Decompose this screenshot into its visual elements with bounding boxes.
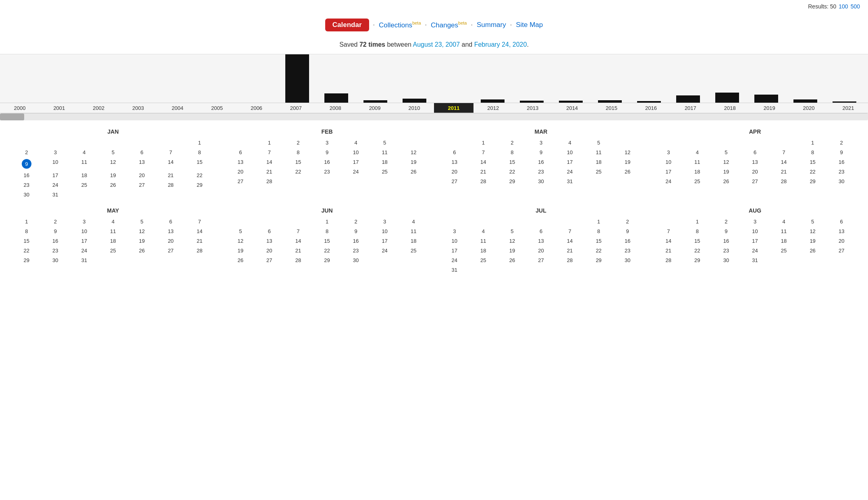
timeline-bar-group-2013[interactable] [512,54,551,103]
bar-2007[interactable] [285,54,309,103]
cal-day-apr-13[interactable]: 13 [741,157,770,167]
timeline-year-2013[interactable]: 2013 [513,103,552,113]
cal-day-jul-16[interactable]: 16 [613,236,642,246]
cal-day-jan-26[interactable]: 26 [99,180,128,190]
cal-day-feb-2[interactable]: 2 [284,138,313,147]
cal-day-apr-22[interactable]: 22 [798,167,827,176]
cal-day-jul-30[interactable]: 30 [613,256,642,265]
cal-day-mar-27[interactable]: 27 [440,177,469,186]
cal-day-may-12[interactable]: 12 [127,227,156,236]
bar-2008[interactable] [324,93,348,103]
cal-day-apr-6[interactable]: 6 [741,148,770,157]
timeline-bars[interactable] [0,54,868,103]
cal-day-jun-18[interactable]: 18 [399,236,428,246]
bar-2012[interactable] [481,99,504,103]
cal-day-apr-28[interactable]: 28 [769,177,798,186]
cal-day-aug-1[interactable]: 1 [683,217,712,226]
cal-day-apr-12[interactable]: 12 [712,157,741,167]
cal-day-jul-2[interactable]: 2 [613,217,642,226]
timeline-bar-group-2001[interactable] [43,54,82,103]
cal-day-jul-4[interactable]: 4 [469,227,498,236]
cal-day-mar-3[interactable]: 3 [527,138,556,147]
cal-day-mar-28[interactable]: 28 [469,177,498,186]
cal-day-may-10[interactable]: 10 [70,227,99,236]
cal-day-jul-29[interactable]: 29 [584,256,613,265]
cal-day-feb-20[interactable]: 20 [226,167,255,176]
cal-day-apr-7[interactable]: 7 [769,148,798,157]
timeline-year-2001[interactable]: 2001 [39,103,79,113]
cal-day-jun-16[interactable]: 16 [341,236,370,246]
cal-day-feb-4[interactable]: 4 [341,138,370,147]
cal-day-mar-1[interactable]: 1 [469,138,498,147]
cal-day-may-15[interactable]: 15 [12,236,41,246]
cal-day-mar-12[interactable]: 12 [613,148,642,157]
cal-day-apr-9[interactable]: 9 [827,148,856,157]
cal-day-mar-29[interactable]: 29 [498,177,527,186]
cal-day-jan-3[interactable]: 3 [41,148,70,157]
cal-day-jun-21[interactable]: 21 [284,246,313,255]
cal-day-apr-20[interactable]: 20 [741,167,770,176]
cal-day-may-27[interactable]: 27 [156,246,185,255]
cal-day-jul-22[interactable]: 22 [584,246,613,255]
cal-day-jul-31[interactable]: 31 [440,265,469,275]
cal-day-aug-15[interactable]: 15 [683,236,712,246]
cal-day-jan-22[interactable]: 22 [185,171,214,180]
cal-day-mar-21[interactable]: 21 [469,167,498,176]
cal-day-jan-31[interactable]: 31 [41,190,70,199]
cal-day-mar-20[interactable]: 20 [440,167,469,176]
timeline-bar-group-2000[interactable] [4,54,43,103]
timeline-year-2017[interactable]: 2017 [671,103,710,113]
cal-day-aug-27[interactable]: 27 [827,246,856,255]
cal-day-jul-7[interactable]: 7 [555,227,584,236]
timeline-year-2007[interactable]: 2007 [276,103,316,113]
cal-day-jul-17[interactable]: 17 [440,246,469,255]
timeline-year-2018[interactable]: 2018 [710,103,750,113]
cal-day-may-1[interactable]: 1 [12,217,41,226]
cal-day-apr-14[interactable]: 14 [769,157,798,167]
cal-day-aug-2[interactable]: 2 [712,217,741,226]
cal-day-apr-3[interactable]: 3 [654,148,683,157]
bar-2015[interactable] [598,100,621,103]
timeline-bar-group-2011[interactable] [434,54,473,103]
cal-day-feb-11[interactable]: 11 [370,148,399,157]
cal-day-feb-21[interactable]: 21 [255,167,284,176]
cal-day-apr-30[interactable]: 30 [827,177,856,186]
timeline-bar-group-2002[interactable] [82,54,121,103]
cal-day-mar-24[interactable]: 24 [555,167,584,176]
cal-day-apr-21[interactable]: 21 [769,167,798,176]
cal-day-may-18[interactable]: 18 [99,236,128,246]
timeline-bar-group-2010[interactable] [395,54,434,103]
bar-2013[interactable] [520,101,543,103]
cal-day-jun-5[interactable]: 5 [226,227,255,236]
cal-day-feb-1[interactable]: 1 [255,138,284,147]
cal-day-jun-13[interactable]: 13 [255,236,284,246]
timeline-bar-group-2016[interactable] [629,54,669,103]
cal-day-aug-14[interactable]: 14 [654,236,683,246]
cal-day-aug-19[interactable]: 19 [798,236,827,246]
cal-day-feb-5[interactable]: 5 [370,138,399,147]
cal-day-apr-1[interactable]: 1 [798,138,827,147]
cal-day-jun-14[interactable]: 14 [284,236,313,246]
timeline-bar-group-2018[interactable] [708,54,747,103]
cal-day-jun-11[interactable]: 11 [399,227,428,236]
bar-2021[interactable] [833,101,856,103]
cal-day-may-6[interactable]: 6 [156,217,185,226]
timeline-year-2019[interactable]: 2019 [750,103,789,113]
cal-day-jul-26[interactable]: 26 [498,256,527,265]
cal-day-apr-4[interactable]: 4 [683,148,712,157]
cal-day-may-25[interactable]: 25 [99,246,128,255]
cal-day-aug-29[interactable]: 29 [683,256,712,265]
cal-day-jun-24[interactable]: 24 [370,246,399,255]
cal-day-jun-19[interactable]: 19 [226,246,255,255]
cal-day-may-11[interactable]: 11 [99,227,128,236]
timeline-year-2016[interactable]: 2016 [631,103,671,113]
cal-day-may-23[interactable]: 23 [41,246,70,255]
cal-day-mar-10[interactable]: 10 [555,148,584,157]
cal-day-apr-2[interactable]: 2 [827,138,856,147]
cal-day-mar-31[interactable]: 31 [555,177,584,186]
cal-day-mar-2[interactable]: 2 [498,138,527,147]
cal-day-jan-4[interactable]: 4 [70,148,99,157]
cal-day-aug-7[interactable]: 7 [654,227,683,236]
cal-day-jun-15[interactable]: 15 [313,236,342,246]
cal-day-mar-17[interactable]: 17 [555,157,584,167]
